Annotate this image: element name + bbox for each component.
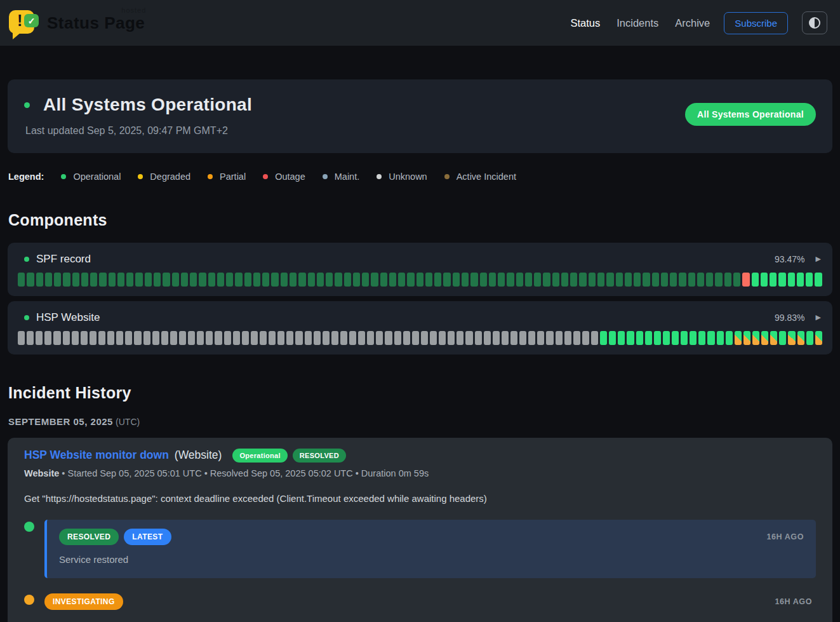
uptime-bar[interactable] [281, 273, 288, 287]
uptime-bar[interactable] [181, 273, 188, 287]
uptime-bar[interactable] [389, 273, 396, 287]
uptime-bar[interactable] [788, 273, 795, 287]
uptime-bar[interactable] [470, 273, 477, 287]
uptime-bar[interactable] [298, 273, 305, 287]
uptime-bar[interactable] [453, 273, 460, 287]
uptime-bar[interactable] [72, 273, 79, 287]
uptime-bar[interactable] [217, 273, 224, 287]
uptime-bar[interactable] [698, 331, 705, 345]
uptime-bar[interactable] [697, 273, 704, 287]
theme-toggle-button[interactable] [802, 11, 827, 34]
uptime-bar[interactable] [761, 273, 768, 287]
uptime-bar[interactable] [199, 273, 206, 287]
uptime-bar[interactable] [417, 273, 423, 287]
uptime-bar[interactable] [53, 331, 60, 345]
uptime-bar[interactable] [380, 273, 387, 287]
uptime-bar[interactable] [290, 273, 297, 287]
uptime-bar[interactable] [636, 331, 643, 345]
nav-status[interactable]: Status [570, 17, 600, 29]
uptime-bar[interactable] [134, 331, 141, 345]
uptime-bar[interactable] [625, 273, 632, 287]
uptime-bar[interactable] [806, 331, 813, 345]
uptime-bar[interactable] [215, 331, 222, 345]
uptime-bar[interactable] [679, 273, 686, 287]
subscribe-button[interactable]: Subscribe [724, 12, 788, 34]
uptime-bar[interactable] [90, 331, 97, 345]
uptime-bar[interactable] [340, 331, 347, 345]
uptime-bar[interactable] [591, 331, 598, 345]
uptime-bar[interactable] [314, 331, 321, 345]
uptime-bar[interactable] [271, 273, 278, 287]
uptime-bar[interactable] [561, 273, 568, 287]
uptime-bar[interactable] [116, 331, 123, 345]
uptime-bar[interactable] [546, 331, 553, 345]
uptime-bar[interactable] [770, 273, 777, 287]
uptime-bar[interactable] [407, 273, 414, 287]
uptime-bar[interactable] [154, 273, 161, 287]
uptime-bar[interactable] [81, 273, 88, 287]
uptime-bar[interactable] [439, 331, 446, 345]
uptime-bar[interactable] [36, 273, 43, 287]
uptime-bar[interactable] [242, 331, 249, 345]
uptime-bar[interactable] [367, 331, 374, 345]
uptime-bar[interactable] [726, 331, 733, 345]
uptime-bar[interactable] [36, 331, 43, 345]
uptime-bar[interactable] [797, 331, 804, 345]
uptime-bar[interactable] [63, 331, 70, 345]
uptime-bar[interactable] [109, 273, 116, 287]
uptime-bar[interactable] [44, 331, 51, 345]
uptime-bar[interactable] [260, 331, 267, 345]
uptime-bar[interactable] [434, 273, 441, 287]
uptime-bar[interactable] [394, 331, 401, 345]
uptime-bar[interactable] [519, 331, 526, 345]
uptime-bar[interactable] [27, 273, 34, 287]
uptime-bar[interactable] [425, 273, 432, 287]
uptime-bar[interactable] [305, 331, 312, 345]
uptime-bar[interactable] [618, 331, 625, 345]
uptime-bar[interactable] [421, 331, 428, 345]
uptime-bar[interactable] [752, 331, 759, 345]
uptime-bar[interactable] [376, 331, 383, 345]
uptime-bar[interactable] [502, 331, 509, 345]
uptime-bar[interactable] [188, 331, 195, 345]
uptime-bar[interactable] [145, 273, 152, 287]
uptime-bar[interactable] [606, 273, 613, 287]
uptime-bar[interactable] [117, 273, 124, 287]
uptime-bar[interactable] [498, 273, 505, 287]
uptime-bar[interactable] [724, 273, 731, 287]
uptime-bar[interactable] [743, 331, 750, 345]
uptime-bar[interactable] [295, 331, 302, 345]
uptime-bar[interactable] [797, 273, 804, 287]
expand-arrow-icon[interactable]: ▶ [816, 313, 821, 321]
uptime-bar[interactable] [654, 331, 661, 345]
uptime-bar[interactable] [277, 331, 284, 345]
uptime-bar[interactable] [815, 331, 822, 345]
uptime-bar[interactable] [752, 273, 759, 287]
uptime-bar[interactable] [534, 273, 541, 287]
uptime-bar[interactable] [208, 273, 215, 287]
uptime-bar[interactable] [335, 273, 342, 287]
uptime-bar[interactable] [235, 273, 242, 287]
uptime-bar[interactable] [806, 273, 813, 287]
uptime-bar[interactable] [353, 273, 360, 287]
uptime-bar[interactable] [143, 331, 150, 345]
uptime-bar[interactable] [172, 273, 179, 287]
uptime-bar[interactable] [224, 331, 231, 345]
uptime-bar[interactable] [323, 331, 330, 345]
uptime-bar[interactable] [735, 331, 742, 345]
uptime-bar[interactable] [331, 331, 338, 345]
uptime-bar[interactable] [645, 331, 652, 345]
incident-title-link[interactable]: HSP Website monitor down [24, 449, 169, 462]
uptime-bar[interactable] [344, 273, 351, 287]
uptime-bar[interactable] [179, 331, 186, 345]
uptime-bar[interactable] [510, 331, 517, 345]
uptime-bar[interactable] [528, 331, 535, 345]
uptime-bar[interactable] [537, 331, 544, 345]
uptime-bar[interactable] [489, 273, 496, 287]
uptime-bar[interactable] [493, 331, 500, 345]
uptime-bar[interactable] [443, 273, 450, 287]
uptime-bar[interactable] [484, 331, 491, 345]
uptime-bar[interactable] [448, 331, 455, 345]
uptime-bar[interactable] [457, 331, 463, 345]
uptime-bar[interactable] [403, 331, 410, 345]
